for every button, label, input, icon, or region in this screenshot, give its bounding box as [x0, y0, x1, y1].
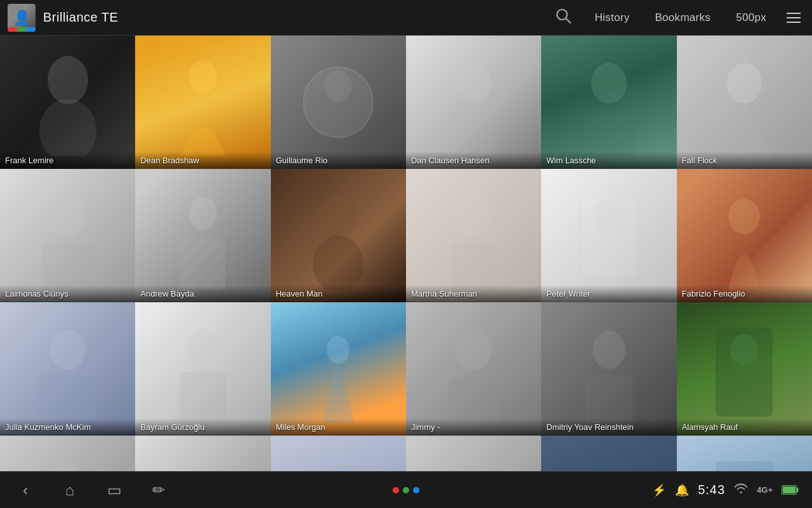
cell-overlay-15: [271, 302, 406, 436]
cell-overlay-11: [541, 169, 676, 302]
cell-overlay-7: [0, 169, 135, 302]
cell-label-9: Heaven Man: [271, 285, 406, 302]
menu-button[interactable]: [783, 5, 804, 30]
size-button[interactable]: 500px: [727, 8, 775, 28]
app-icon: 👤: [8, 4, 36, 32]
grid-cell-9[interactable]: Heaven Man: [271, 169, 406, 302]
cell-overlay-18: [677, 302, 812, 436]
cell-overlay-1: [0, 36, 135, 169]
back-button[interactable]: ‹: [13, 478, 38, 503]
status-bar: ⚡ 🔔 5:43 4G+: [652, 483, 799, 497]
edit-button[interactable]: ✏: [146, 478, 171, 503]
svg-rect-41: [783, 486, 796, 493]
battery-icon: [782, 485, 799, 495]
cell-label-15: Miles Morgan: [271, 418, 406, 436]
cell-overlay-8: [135, 169, 270, 302]
cell-overlay-24: [677, 436, 812, 471]
grid-cell-14[interactable]: Bayram Gürzoğlu: [135, 302, 270, 436]
grid-cell-18[interactable]: Alamsyah Rauf: [677, 302, 812, 436]
wifi-icon: [734, 483, 748, 497]
grid-cell-12[interactable]: Fabrizio Fenoglio: [677, 169, 812, 302]
cell-overlay-12: [677, 169, 812, 302]
cell-overlay-20: [135, 436, 270, 471]
photo-grid: Frank LemireDean BradshawGuillaume RioDa…: [0, 36, 812, 471]
dot-red: [393, 487, 399, 493]
topbar: 👤 Brilliance TE History Bookmarks 500px: [0, 0, 812, 36]
history-button[interactable]: History: [586, 8, 638, 28]
grid-cell-13[interactable]: Julia Kuzmenko McKim: [0, 302, 135, 436]
grid-cell-8[interactable]: Andrew Bayda: [135, 169, 270, 302]
cell-overlay-2: [135, 36, 270, 169]
grid-cell-24[interactable]: [677, 436, 812, 471]
cell-label-13: Julia Kuzmenko McKim: [0, 418, 135, 436]
cell-label-4: Dan Clausen Hansen: [406, 152, 541, 169]
home-button[interactable]: ⌂: [57, 478, 82, 503]
grid-cell-16[interactable]: Jimmy -: [406, 302, 541, 436]
cell-overlay-19: [0, 436, 135, 471]
cell-label-11: Peter Writer: [541, 285, 676, 302]
cell-label-7: Laimonas Ciūnys: [0, 285, 135, 302]
grid-cell-23[interactable]: [541, 436, 676, 471]
cell-label-14: Bayram Gürzoğlu: [135, 418, 270, 436]
cell-overlay-5: [541, 36, 676, 169]
cell-label-12: Fabrizio Fenoglio: [677, 285, 812, 302]
cell-overlay-22: [406, 436, 541, 471]
cell-label-17: Dmitriy Yoav Reinshtein: [541, 418, 676, 436]
cell-overlay-6: [677, 36, 812, 169]
usb-icon: ⚡: [652, 483, 666, 497]
search-button[interactable]: [549, 5, 578, 30]
cell-label-8: Andrew Bayda: [135, 285, 270, 302]
grid-cell-1[interactable]: Frank Lemire: [0, 36, 135, 169]
cell-label-18: Alamsyah Rauf: [677, 418, 812, 436]
grid-cell-19[interactable]: [0, 436, 135, 471]
lte-icon: 4G+: [757, 485, 773, 495]
alarm-icon: 🔔: [675, 483, 689, 497]
cell-overlay-4: [406, 36, 541, 169]
cell-label-6: Fall Flock: [677, 152, 812, 169]
grid-cell-10[interactable]: Martha Suherman: [406, 169, 541, 302]
bottombar: ‹ ⌂ ▭ ✏ ⚡ 🔔 5:43 4G+: [0, 471, 812, 508]
grid-cell-5[interactable]: Wim Lassche: [541, 36, 676, 169]
grid-cell-20[interactable]: [135, 436, 270, 471]
grid-cell-17[interactable]: Dmitriy Yoav Reinshtein: [541, 302, 676, 436]
cell-overlay-21: [271, 436, 406, 471]
cell-overlay-3: [271, 36, 406, 169]
dot-blue: [413, 487, 419, 493]
cell-overlay-16: [406, 302, 541, 436]
dot-green: [403, 487, 409, 493]
app-title: Brilliance TE: [43, 10, 289, 25]
svg-line-1: [566, 18, 570, 23]
cell-label-16: Jimmy -: [406, 418, 541, 436]
clock: 5:43: [698, 483, 725, 497]
cell-overlay-9: [271, 169, 406, 302]
cell-overlay-13: [0, 302, 135, 436]
page-dots: [393, 487, 419, 493]
cell-label-3: Guillaume Rio: [271, 152, 406, 169]
cell-overlay-10: [406, 169, 541, 302]
svg-rect-42: [797, 488, 799, 492]
cell-label-5: Wim Lassche: [541, 152, 676, 169]
grid-cell-6[interactable]: Fall Flock: [677, 36, 812, 169]
bookmarks-button[interactable]: Bookmarks: [646, 8, 719, 28]
cell-overlay-17: [541, 302, 676, 436]
grid-cell-7[interactable]: Laimonas Ciūnys: [0, 169, 135, 302]
recents-button[interactable]: ▭: [102, 478, 127, 503]
grid-cell-15[interactable]: Miles Morgan: [271, 302, 406, 436]
cell-label-1: Frank Lemire: [0, 152, 135, 169]
grid-cell-22[interactable]: [406, 436, 541, 471]
grid-cell-4[interactable]: Dan Clausen Hansen: [406, 36, 541, 169]
cell-overlay-23: [541, 436, 676, 471]
cell-label-10: Martha Suherman: [406, 285, 541, 302]
cell-label-2: Dean Bradshaw: [135, 152, 270, 169]
grid-cell-11[interactable]: Peter Writer: [541, 169, 676, 302]
cell-overlay-14: [135, 302, 270, 436]
grid-cell-2[interactable]: Dean Bradshaw: [135, 36, 270, 169]
grid-cell-3[interactable]: Guillaume Rio: [271, 36, 406, 169]
grid-cell-21[interactable]: [271, 436, 406, 471]
